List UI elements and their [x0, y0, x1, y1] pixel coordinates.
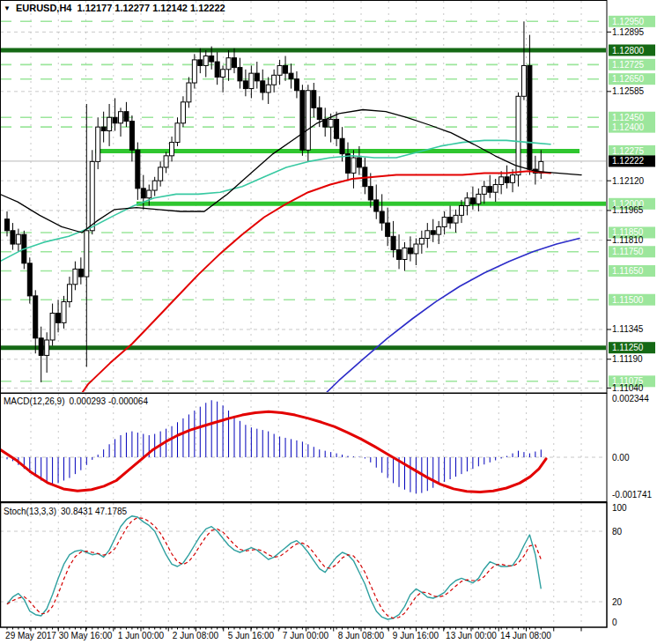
- macd-label: MACD(12,26,9)0.000293 -0.000064: [4, 396, 152, 406]
- candle-bull: [306, 85, 310, 161]
- chart-title: ▼ EURUSD,H4 1.12177 1.12277 1.12142 1.12…: [4, 3, 225, 13]
- price-label: 1.11650: [612, 266, 644, 276]
- price-label: 1.12585: [612, 86, 645, 96]
- price-label: 1.12222: [612, 156, 645, 166]
- price-label: 0.002344: [612, 394, 649, 403]
- macd-name: MACD(12,26,9): [4, 396, 64, 406]
- time-label: 2 Jun 08:00: [173, 631, 219, 640]
- price-label: 1.11750: [612, 247, 644, 256]
- time-label: 5 Jun 16:00: [228, 631, 275, 640]
- price-label: 80: [612, 527, 623, 537]
- price-label: 1.12725: [612, 60, 645, 70]
- price-label: 0: [612, 618, 617, 627]
- price-label: 1.11040: [612, 383, 644, 393]
- candle-bear: [300, 85, 305, 156]
- stoch-name: Stoch(13,3,3): [4, 507, 56, 516]
- time-label: 30 May 16:00: [59, 631, 113, 640]
- price-label: 1.11190: [612, 354, 643, 364]
- time-label: 1 Jun 00:00: [118, 631, 165, 640]
- price-label: 1.12650: [612, 74, 645, 84]
- candle-bull: [90, 150, 94, 234]
- time-label: 14 Jun 08:00: [500, 631, 551, 640]
- price-label: 1.12800: [612, 46, 645, 56]
- price-label: 1.11965: [612, 205, 644, 215]
- macd-values: 0.000293 -0.000064: [69, 396, 148, 406]
- price-label: 1.11345: [612, 324, 644, 334]
- price-label: 1.12120: [612, 176, 645, 186]
- time-label: 7 Jun 00:00: [283, 631, 329, 640]
- stoch-values: 30.8431 47.1785: [61, 507, 127, 516]
- price-label: 1.11810: [612, 235, 644, 245]
- price-label: 100: [612, 503, 627, 513]
- price-label: 1.12950: [612, 17, 645, 26]
- ohlc-values: 1.12177 1.12277 1.12142 1.12222: [78, 3, 225, 13]
- stoch-label: Stoch(13,3,3)30.8431 47.1785: [4, 507, 131, 516]
- chart-background: [0, 0, 657, 644]
- price-label: 1.11250: [612, 343, 644, 352]
- time-label: 13 Jun 00:00: [446, 631, 497, 640]
- price-label: 1.12275: [612, 146, 645, 156]
- price-label: 1.12450: [612, 113, 645, 122]
- price-label: 1.12895: [612, 27, 645, 37]
- chart-window: 1.129501.128951.128001.127251.126501.125…: [0, 0, 657, 644]
- price-label: -0.001741: [612, 490, 652, 500]
- time-label: 8 Jun 08:00: [338, 631, 385, 640]
- time-label: 9 Jun 16:00: [393, 631, 439, 640]
- price-label: 20: [612, 597, 623, 607]
- price-label: 1.12400: [612, 122, 645, 132]
- chart-canvas: 1.129501.128951.128001.127251.126501.125…: [0, 0, 657, 644]
- symbol-dropdown-icon[interactable]: ▼: [4, 4, 11, 12]
- symbol-timeframe-label: EURUSD,H4: [16, 3, 72, 13]
- time-label: 29 May 2017: [5, 631, 56, 640]
- price-label: 1.11500: [612, 295, 644, 305]
- price-label: 0.00: [612, 453, 630, 463]
